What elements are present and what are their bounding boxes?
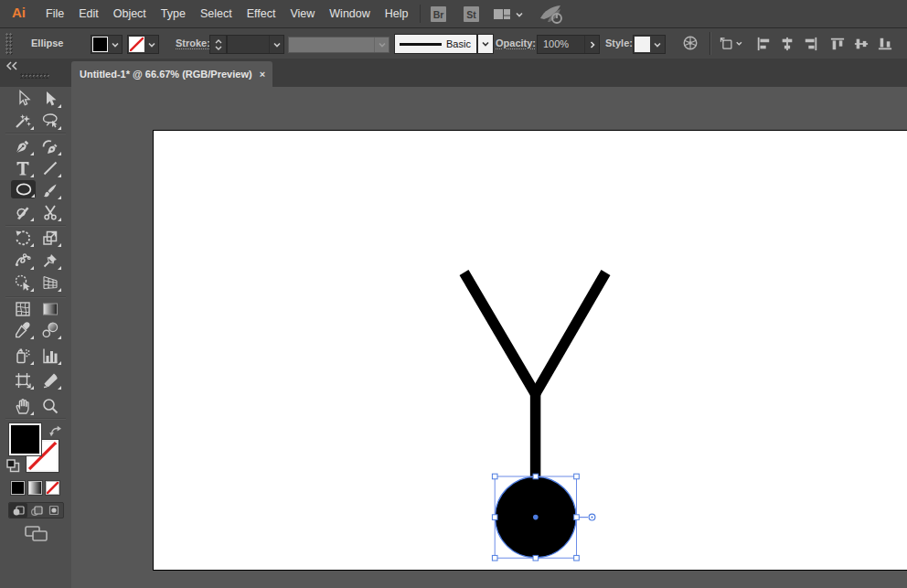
align-left-button[interactable] [755,36,772,52]
none-swatch-button[interactable] [46,481,59,495]
menu-window[interactable]: Window [322,0,377,27]
gradient-tool[interactable] [38,299,62,319]
type-tool[interactable] [11,158,35,178]
control-bar-grip[interactable] [5,33,13,55]
color-swatch-button[interactable] [11,481,25,495]
magic-wand-tool[interactable] [11,111,35,131]
selection-tool[interactable] [11,89,35,109]
menu-view[interactable]: View [283,0,322,27]
selection-handle[interactable] [492,555,497,561]
style-swatch[interactable] [635,37,650,52]
draw-inside-mode[interactable] [45,503,63,518]
pen-tool[interactable] [11,136,35,156]
selection-center-point[interactable] [533,515,539,520]
puppet-warp-tool[interactable] [38,251,62,271]
bridge-button[interactable]: Br [431,6,446,22]
width-tool[interactable] [11,251,35,271]
fill-color-dropdown[interactable] [91,35,123,54]
perspective-grid-tool[interactable] [38,273,62,293]
scissors-tool[interactable] [38,202,62,222]
shaper-tool[interactable] [11,202,35,222]
tab-close-icon[interactable]: × [260,61,265,87]
none-slash-icon [130,37,144,51]
shape-builder-tool[interactable] [11,273,35,293]
document-tab[interactable]: Untitled-1* @ 66.67% (RGB/Preview) × [71,61,272,87]
direct-selection-tool[interactable] [38,89,62,109]
collapse-panel-icon[interactable] [5,61,19,70]
scale-tool[interactable] [38,228,62,248]
lasso-tool[interactable] [38,111,62,131]
zoom-tool[interactable] [38,396,62,416]
menu-file[interactable]: File [38,0,71,27]
cs-live-icon [539,4,564,25]
selection-handle[interactable] [574,555,580,561]
fill-swatch[interactable] [92,37,108,52]
draw-behind-mode[interactable] [27,503,46,518]
stroke-swatch-none[interactable] [129,37,144,52]
default-fill-stroke-icon[interactable] [6,459,20,473]
stroke-weight-dropdown[interactable] [227,35,284,54]
column-graph-tool[interactable] [38,346,62,366]
symbol-sprayer-tool[interactable] [11,346,35,366]
screen-mode-button[interactable] [25,526,48,541]
line-segment-tool[interactable] [38,158,62,178]
fill-color-indicator[interactable] [9,423,41,455]
brush-definition-chevron[interactable] [477,34,494,54]
selection-handle[interactable] [574,515,580,520]
rotate-tool[interactable] [11,228,35,248]
menu-select[interactable]: Select [193,0,240,27]
align-center-vertical-button[interactable] [853,36,870,52]
menu-help[interactable]: Help [378,0,416,27]
y-shape-line[interactable] [464,273,537,395]
gradient-swatch-button[interactable] [28,481,42,495]
menu-effect[interactable]: Effect [240,0,283,27]
hand-tool[interactable] [11,396,35,416]
ellipse-tool[interactable] [11,180,36,198]
align-right-button[interactable] [803,36,819,52]
stroke-weight-value[interactable] [228,36,269,53]
opacity-label[interactable]: Opacity: [496,28,536,59]
brush-definition-dropdown[interactable]: Basic [394,34,477,54]
opacity-control[interactable]: 100% [537,35,600,54]
selection-handle[interactable] [492,474,497,479]
workspace-switcher[interactable] [494,8,527,20]
eyedropper-tool[interactable] [11,320,35,340]
toolbar-grip[interactable] [20,73,49,79]
artboard-tool[interactable] [11,370,35,390]
selection-handle[interactable] [574,474,580,479]
arrange-documents-button[interactable] [719,36,743,51]
document-view[interactable] [71,87,907,588]
stock-button[interactable]: St [464,6,479,22]
slice-tool[interactable] [38,370,62,390]
stroke-label[interactable]: Stroke: [176,28,210,59]
chevron-right-icon[interactable] [584,36,599,53]
align-top-button[interactable] [829,36,846,52]
menu-bar: Ai FileEditObjectTypeSelectEffectViewWin… [0,0,907,28]
selection-handle[interactable] [533,474,539,479]
align-center-horizontal-button[interactable] [779,36,795,52]
blend-tool[interactable] [38,320,62,340]
y-shape-line[interactable] [535,273,606,395]
menu-type[interactable]: Type [154,0,193,27]
menu-edit[interactable]: Edit [71,0,106,27]
recolor-artwork-icon[interactable] [682,35,699,51]
cs-live-button[interactable] [539,4,564,25]
swap-fill-stroke-icon[interactable] [49,425,62,438]
app-logo[interactable]: Ai [12,5,26,20]
curvature-tool[interactable] [38,136,62,156]
align-bottom-button[interactable] [877,36,893,52]
draw-normal-mode[interactable] [9,503,27,518]
flyout-indicator [30,336,34,339]
mesh-tool[interactable] [11,299,35,319]
stroke-color-dropdown[interactable] [127,35,159,54]
shape-builder-tool-icon [14,273,32,292]
paintbrush-tool[interactable] [38,180,62,200]
stroke-weight-stepper[interactable] [209,35,227,54]
flyout-indicator [30,218,34,221]
selection-handle[interactable] [533,555,539,561]
opacity-value[interactable]: 100% [538,36,584,53]
selection-handle[interactable] [492,515,497,520]
menu-object[interactable]: Object [106,0,154,27]
artwork-canvas[interactable] [153,130,907,569]
style-dropdown[interactable] [633,35,666,54]
